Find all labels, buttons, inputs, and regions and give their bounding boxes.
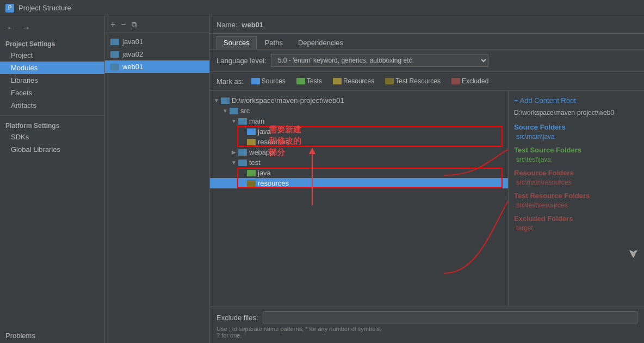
module-item-java02[interactable]: java02 <box>105 48 209 60</box>
root-folder-icon <box>221 97 230 104</box>
name-label: Name: <box>216 21 237 29</box>
main-folder-icon <box>238 118 247 125</box>
platform-settings-section: Platform Settings <box>0 119 104 131</box>
toggle-icon: ▼ <box>230 160 238 166</box>
module-label: web01 <box>122 63 143 71</box>
mark-as-label: Mark as: <box>216 77 244 85</box>
exclude-label: Exclude files: <box>216 314 258 322</box>
remove-module-button[interactable]: − <box>120 20 127 29</box>
nav-buttons: ← → <box>0 19 104 37</box>
tree-main-resources[interactable]: resources <box>210 137 508 147</box>
add-module-button[interactable]: + <box>109 20 116 29</box>
module-list: java01 java02 web01 <box>105 33 209 75</box>
mark-resources-button[interactable]: Resources <box>330 76 377 86</box>
toggle-icon <box>238 128 247 134</box>
add-content-root-link[interactable]: + Add Content Root <box>514 96 639 105</box>
mark-tests-button[interactable]: Tests <box>293 76 325 86</box>
tab-paths[interactable]: Paths <box>258 36 290 49</box>
toggle-icon <box>238 139 247 145</box>
test-resource-folders-label: Test Resource Folders <box>514 192 639 200</box>
resource-folders-label: Resource Folders <box>514 169 639 177</box>
resources-folder-icon <box>333 78 342 84</box>
toggle-icon: ▼ <box>230 118 238 124</box>
language-level-row: Language level: 5.0 - 'enum' keyword, ge… <box>210 50 644 72</box>
webapp-folder-icon <box>238 149 247 156</box>
module-folder-icon <box>110 51 119 58</box>
toggle-icon: ▼ <box>221 108 230 114</box>
nav-forward-button[interactable]: → <box>20 22 33 34</box>
test-folder-icon <box>238 160 247 166</box>
project-structure-window: P Project Structure ← → Project Settings… <box>0 0 644 343</box>
test-resources-label: resources <box>258 179 289 187</box>
test-source-folders-label: Test Source Folders <box>514 146 639 154</box>
src-label: src <box>240 107 250 115</box>
cursor-indicator: ⮟ <box>514 237 639 260</box>
project-settings-section: Project Settings <box>0 37 104 49</box>
excluded-folders-value: target <box>514 224 639 232</box>
app-icon: P <box>5 4 14 13</box>
problems-item[interactable]: Problems <box>0 328 104 343</box>
toggle-icon <box>238 170 247 176</box>
main-content: Name: web01 Sources Paths Dependencies L… <box>210 16 644 343</box>
tree-root[interactable]: ▼ D:\workspace\maven-project\web01 <box>210 95 508 106</box>
mark-as-row: Mark as: Sources Tests Resources Test Re… <box>210 72 644 91</box>
module-item-web01[interactable]: web01 <box>105 60 209 73</box>
sidebar-item-global-libraries[interactable]: Global Libraries <box>0 143 104 156</box>
tree-wrapper: ▼ D:\workspace\maven-project\web01 ▼ src <box>210 91 508 307</box>
test-resources-folder-icon <box>385 78 394 84</box>
mark-sources-button[interactable]: Sources <box>248 76 289 86</box>
test-resources-folder-icon <box>247 180 256 187</box>
root-label: D:\workspace\maven-project\web01 <box>232 96 344 105</box>
toggle-icon: ▼ <box>212 97 221 103</box>
tree-test-resources[interactable]: resources <box>210 178 508 188</box>
mark-test-resources-button[interactable]: Test Resources <box>382 76 444 86</box>
title-text: Project Structure <box>18 4 71 12</box>
tree-test[interactable]: ▼ test <box>210 157 508 168</box>
java-folder-icon <box>247 128 256 135</box>
exclude-input[interactable] <box>263 311 637 323</box>
copy-module-button[interactable]: ⧉ <box>131 20 138 29</box>
language-level-select[interactable]: 5.0 - 'enum' keyword, generics, autoboxi… <box>271 54 488 67</box>
exclude-hint-2: ? for one. <box>216 332 637 339</box>
sidebar-item-facets[interactable]: Facets <box>0 87 104 99</box>
main-label: main <box>249 117 264 125</box>
sidebar-item-modules[interactable]: Modules <box>0 62 104 74</box>
src-folder-icon <box>230 108 238 114</box>
test-resource-folders-value: src\test\resources <box>514 201 639 209</box>
tree-main-java[interactable]: java <box>210 126 508 137</box>
test-children-group: java resources <box>210 168 508 188</box>
test-java-label: java <box>258 169 271 177</box>
source-folders-value: src\main\java <box>514 133 639 140</box>
sources-folder-icon <box>251 78 260 84</box>
module-item-java01[interactable]: java01 <box>105 35 209 48</box>
sidebar-divider <box>0 115 104 115</box>
toggle-icon: ▶ <box>230 149 238 155</box>
module-list-panel: + − ⧉ java01 java02 web01 <box>105 16 210 343</box>
bottom-panel: Exclude files: Use ; to separate name pa… <box>210 307 644 343</box>
sidebar-item-libraries[interactable]: Libraries <box>0 74 104 87</box>
tree-test-java[interactable]: java <box>210 168 508 178</box>
nav-back-button[interactable]: ← <box>4 22 17 34</box>
sidebar: ← → Project Settings Project Modules Lib… <box>0 16 105 343</box>
test-label: test <box>249 158 261 167</box>
mark-excluded-button[interactable]: Excluded <box>448 76 492 86</box>
sidebar-item-project[interactable]: Project <box>0 49 104 62</box>
sidebar-item-artifacts[interactable]: Artifacts <box>0 99 104 112</box>
module-toolbar: + − ⧉ <box>105 16 209 33</box>
module-label: java02 <box>122 50 143 58</box>
exclude-hint-1: Use ; to separate name patterns, * for a… <box>216 326 637 332</box>
right-panel: + Add Content Root D:\workspace\maven-pr… <box>508 91 644 307</box>
module-name: web01 <box>242 21 263 29</box>
module-header: Name: web01 <box>210 16 644 34</box>
module-folder-icon <box>110 39 119 45</box>
tab-sources[interactable]: Sources <box>216 36 257 49</box>
tree-src[interactable]: ▼ src <box>210 106 508 116</box>
sidebar-item-sdks[interactable]: SDKs <box>0 131 104 143</box>
tab-dependencies[interactable]: Dependencies <box>291 36 350 49</box>
tree-main[interactable]: ▼ main <box>210 116 508 126</box>
resources-label: resources <box>258 138 289 146</box>
main-children-group: java resources <box>210 126 508 147</box>
resource-folders-value: src\main\resources <box>514 179 639 186</box>
content-root-path: D:\workspace\maven-project\web0 <box>514 109 639 117</box>
tree-webapp[interactable]: ▶ webapp <box>210 147 508 157</box>
